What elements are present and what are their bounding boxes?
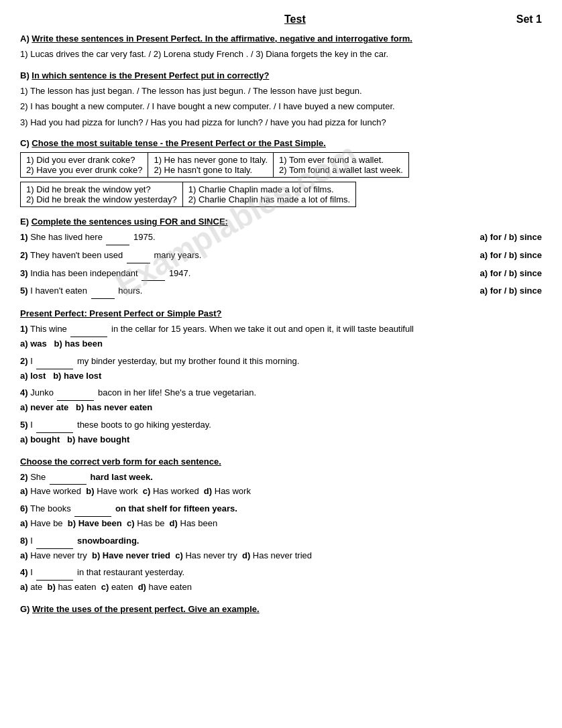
section-a: A) Write these sentences in Present Perf… xyxy=(20,34,542,61)
section-c: C) Chose the most suitable tense - the P… xyxy=(20,138,542,207)
table1-cell3: 1) Tom ever found a wallet.2) Tom found … xyxy=(274,153,409,178)
verb-form-item-2: 2) She hard last week. a) Have worked b)… xyxy=(20,471,542,499)
section-b-item-1: 1) The lesson has just began. / The less… xyxy=(20,84,542,98)
section-verb-form: Choose the correct verb form for each se… xyxy=(20,457,542,595)
verb-form-item-8: 8) I snowboarding. a) Have never try b) … xyxy=(20,534,542,563)
section-pp: Present Perfect: Present Perfect or Simp… xyxy=(20,308,542,446)
page-header: Test Set 1 xyxy=(20,13,542,25)
table1-cell2: 1) He has never gone to Italy.2) He hasn… xyxy=(148,153,274,178)
section-c-table1: 1) Did you ever drank coke?2) Have you e… xyxy=(20,152,409,178)
section-e-title: E) Complete the sentences using FOR and … xyxy=(20,217,542,227)
section-pp-item-2: 2) I my binder yesterday, but my brother… xyxy=(20,355,542,383)
section-pp-title: Present Perfect: Present Perfect or Simp… xyxy=(20,308,542,318)
section-b: B) In which sentence is the Present Perf… xyxy=(20,70,542,129)
section-e-item-2: 2) They haven't been used many years. a)… xyxy=(20,249,542,263)
section-pp-item-1: 1) This wine in the cellar for 15 years.… xyxy=(20,322,542,351)
table2-cell2: 1) Charlie Chaplin made a lot of films.2… xyxy=(182,182,355,207)
section-b-item-3: 3) Had you had pizza for lunch? / Has yo… xyxy=(20,116,542,129)
page-title: Test xyxy=(74,13,516,25)
section-g-title: G) Write the uses of the present perfect… xyxy=(20,604,542,614)
section-e-item-5: 5) I haven't eaten hours. a) for / b) si… xyxy=(20,284,542,299)
section-a-items: 1) Lucas drives the car very fast. / 2) … xyxy=(20,48,542,61)
section-g: G) Write the uses of the present perfect… xyxy=(20,604,542,614)
section-b-title: B) In which sentence is the Present Perf… xyxy=(20,70,542,80)
verb-form-item-4: 4) I in that restaurant yesterday. a) at… xyxy=(20,566,542,595)
section-e: E) Complete the sentences using FOR and … xyxy=(20,217,542,299)
table1-cell1: 1) Did you ever drank coke?2) Have you e… xyxy=(21,153,148,178)
verb-form-item-6: 6) The books on that shelf for fifteen y… xyxy=(20,502,542,531)
section-a-title: A) Write these sentences in Present Perf… xyxy=(20,34,542,44)
table2-cell1: 1) Did he break the window yet?2) Did he… xyxy=(21,182,183,207)
section-verb-form-title: Choose the correct verb form for each se… xyxy=(20,457,542,467)
section-pp-item-5: 5) I these boots to go hiking yesterday.… xyxy=(20,418,542,447)
set-label: Set 1 xyxy=(516,13,542,25)
section-e-item-3: 3) India has been independant 1947. a) f… xyxy=(20,267,542,282)
section-pp-item-4: 4) Junko bacon in her life! She's a true… xyxy=(20,386,542,415)
section-c-table2: 1) Did he break the window yet?2) Did he… xyxy=(20,182,356,207)
section-c-title: C) Chose the most suitable tense - the P… xyxy=(20,138,542,148)
section-e-item-1: 1) She has lived here 1975. a) for / b) … xyxy=(20,231,542,245)
section-b-item-2: 2) I has bought a new computer. / I have… xyxy=(20,100,542,113)
